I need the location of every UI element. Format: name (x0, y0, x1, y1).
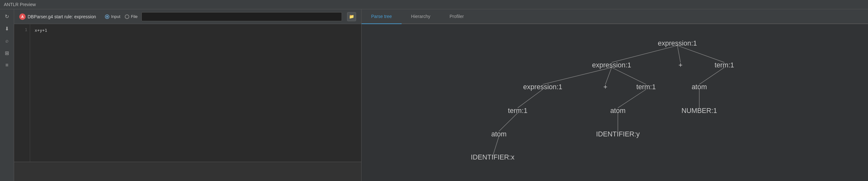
app-container: ANTLR Preview ↻ ⬇ ⌕ ⊞ ≡ A DBParser.g4 st… (0, 0, 868, 181)
editor-toolbar: A DBParser.g4 start rule: expression Inp… (14, 9, 361, 24)
input-radio-label: Input (111, 14, 120, 19)
tab-hierarchy-label: Hierarchy (411, 14, 431, 19)
svg-line-5 (612, 67, 646, 84)
file-input-area[interactable] (142, 12, 342, 21)
node-identifier-x: IDENTIFIER:x (471, 153, 515, 161)
tab-hierarchy[interactable]: Hierarchy (402, 9, 440, 24)
tree-panel: expression:1 expression:1 + term:1 expre… (362, 24, 868, 181)
tabs-bar: Parse tree Hierarchy Profiler (362, 9, 868, 24)
node-term1-lll: term:1 (508, 107, 527, 115)
grammar-text: DBParser.g4 start rule: expression (28, 14, 96, 19)
radio-group: Input File (105, 14, 137, 19)
file-radio-dot (125, 14, 129, 19)
input-radio-dot (105, 14, 110, 19)
node-number1: NUMBER:1 (682, 107, 717, 115)
svg-line-10 (499, 113, 518, 131)
svg-line-3 (543, 67, 612, 84)
node-term1-right: term:1 (715, 61, 734, 69)
line-numbers: 1 (14, 24, 30, 162)
node-term1-mid: term:1 (637, 84, 656, 91)
file-radio-label: File (131, 14, 137, 19)
node-atom-right: atom (691, 84, 707, 91)
svg-line-1 (678, 46, 681, 63)
editor-content: 1 x+y+1 (14, 24, 361, 162)
editor-bottom-bar (14, 162, 361, 181)
antlr-icon-letter: A (21, 15, 24, 19)
svg-line-8 (618, 90, 646, 108)
sidebar: ↻ ⬇ ⌕ ⊞ ≡ (0, 9, 14, 181)
svg-line-7 (518, 90, 543, 108)
app-title: ANTLR Preview (4, 2, 36, 7)
line-number-1: 1 (14, 27, 27, 32)
sidebar-icon-refresh[interactable]: ↻ (2, 11, 12, 22)
tab-profiler-label: Profiler (450, 14, 464, 19)
antlr-icon: A (19, 13, 26, 20)
folder-button[interactable]: 📁 (347, 12, 356, 21)
tab-parse-tree-label: Parse tree (371, 14, 392, 19)
code-line-1: x+y+1 (35, 27, 357, 34)
node-plus2: + (603, 84, 608, 91)
tab-parse-tree[interactable]: Parse tree (362, 9, 402, 24)
input-radio-option[interactable]: Input (105, 14, 120, 19)
sidebar-icon-hierarchy[interactable]: ⊞ (2, 48, 12, 58)
code-area[interactable]: x+y+1 (30, 24, 361, 162)
editor-section: A DBParser.g4 start rule: expression Inp… (14, 9, 361, 181)
node-atom-mid: atom (610, 107, 625, 115)
svg-line-4 (605, 67, 612, 84)
file-radio-option[interactable]: File (125, 14, 137, 19)
tab-profiler[interactable]: Profiler (440, 9, 473, 24)
main-layout: ↻ ⬇ ⌕ ⊞ ≡ A DBParser.g4 start rule: expr… (0, 9, 868, 181)
node-identifier-y: IDENTIFIER:y (596, 130, 640, 138)
right-panel: Parse tree Hierarchy Profiler (361, 9, 868, 181)
sidebar-icon-search[interactable]: ⌕ (2, 36, 12, 46)
grammar-label: A DBParser.g4 start rule: expression (19, 13, 96, 20)
svg-line-6 (699, 67, 724, 84)
folder-icon: 📁 (349, 14, 354, 19)
parse-tree-svg: expression:1 expression:1 + term:1 expre… (368, 30, 862, 175)
node-plus1: + (678, 61, 683, 69)
node-expression1-root: expression:1 (658, 39, 697, 47)
svg-line-0 (612, 46, 678, 63)
svg-line-2 (678, 46, 724, 63)
sidebar-icon-download[interactable]: ⬇ (2, 24, 12, 34)
title-bar: ANTLR Preview (0, 0, 868, 9)
sidebar-icon-list[interactable]: ≡ (2, 60, 12, 70)
node-expression1-left: expression:1 (592, 61, 631, 69)
node-atom-left: atom (491, 130, 506, 138)
node-expression1-ll: expression:1 (523, 84, 562, 91)
